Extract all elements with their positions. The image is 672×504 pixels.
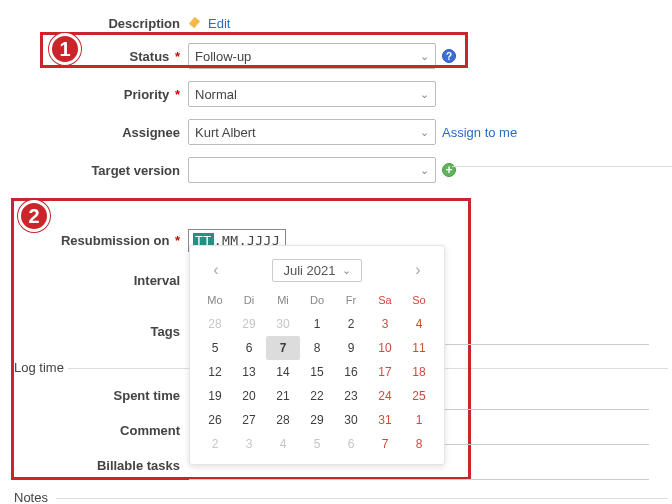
chevron-down-icon: ⌄ xyxy=(420,126,429,139)
section-notes: Notes xyxy=(14,490,48,504)
notes-divider xyxy=(56,498,668,499)
calendar-day[interactable]: 1 xyxy=(402,408,436,432)
row-status: Status * Follow-up ⌄ ? xyxy=(0,37,672,75)
calendar-day[interactable]: 3 xyxy=(232,432,266,456)
calendar-day[interactable]: 27 xyxy=(232,408,266,432)
chevron-down-icon: ⌄ xyxy=(420,50,429,63)
calendar-day[interactable]: 30 xyxy=(334,408,368,432)
priority-select[interactable]: Normal ⌄ xyxy=(188,81,436,107)
calendar-day[interactable]: 1 xyxy=(300,312,334,336)
row-target-version: Target version ⌄ + xyxy=(0,151,672,189)
label-status: Status * xyxy=(0,49,188,64)
callout-badge-2: 2 xyxy=(18,200,50,232)
chevron-down-icon: ⌄ xyxy=(342,264,351,277)
calendar-day[interactable]: 5 xyxy=(300,432,334,456)
label-target-version: Target version xyxy=(0,163,188,178)
calendar-day[interactable]: 29 xyxy=(300,408,334,432)
status-select[interactable]: Follow-up ⌄ xyxy=(188,43,436,69)
calendar-day[interactable]: 31 xyxy=(368,408,402,432)
calendar-day[interactable]: 18 xyxy=(402,360,436,384)
dow-header: Di xyxy=(232,290,266,312)
callout-badge-1: 1 xyxy=(49,33,81,65)
calendar-day[interactable]: 23 xyxy=(334,384,368,408)
next-month-button[interactable]: › xyxy=(406,258,430,282)
calendar-day[interactable]: 10 xyxy=(368,336,402,360)
label-resubmission: Resubmission on * xyxy=(0,233,188,248)
date-picker: ‹ Juli 2021 ⌄ › MoDiMiDoFrSaSo2829301234… xyxy=(189,245,445,465)
target-version-select[interactable]: ⌄ xyxy=(188,157,436,183)
assign-to-me-link[interactable]: Assign to me xyxy=(442,125,517,140)
calendar-day[interactable]: 13 xyxy=(232,360,266,384)
calendar-day[interactable]: 8 xyxy=(300,336,334,360)
calendar-day[interactable]: 21 xyxy=(266,384,300,408)
calendar-day[interactable]: 8 xyxy=(402,432,436,456)
calendar-day[interactable]: 22 xyxy=(300,384,334,408)
help-icon[interactable]: ? xyxy=(442,49,456,63)
label-tags: Tags xyxy=(0,324,188,339)
calendar-day[interactable]: 25 xyxy=(402,384,436,408)
calendar-day[interactable]: 28 xyxy=(266,408,300,432)
calendar-day[interactable]: 3 xyxy=(368,312,402,336)
calendar-day[interactable]: 4 xyxy=(266,432,300,456)
calendar-day[interactable]: 20 xyxy=(232,384,266,408)
calendar-day[interactable]: 11 xyxy=(402,336,436,360)
dow-header: So xyxy=(402,290,436,312)
section-log-time: Log time xyxy=(14,360,64,375)
label-interval: Interval xyxy=(0,273,188,288)
chevron-down-icon: ⌄ xyxy=(420,164,429,177)
dow-header: Do xyxy=(300,290,334,312)
label-priority: Priority * xyxy=(0,87,188,102)
priority-value: Normal xyxy=(195,87,237,102)
label-assignee: Assignee xyxy=(0,125,188,140)
calendar-day[interactable]: 7 xyxy=(266,336,300,360)
dow-header: Mi xyxy=(266,290,300,312)
pencil-icon xyxy=(188,17,202,31)
row-assignee: Assignee Kurt Albert ⌄ Assign to me xyxy=(0,113,672,151)
edit-link[interactable]: Edit xyxy=(208,16,230,31)
prev-month-button[interactable]: ‹ xyxy=(204,258,228,282)
calendar-grid: MoDiMiDoFrSaSo28293012345678910111213141… xyxy=(198,290,436,456)
assignee-value: Kurt Albert xyxy=(195,125,256,140)
calendar-day[interactable]: 6 xyxy=(334,432,368,456)
calendar-day[interactable]: 24 xyxy=(368,384,402,408)
assignee-select[interactable]: Kurt Albert ⌄ xyxy=(188,119,436,145)
chevron-down-icon: ⌄ xyxy=(420,88,429,101)
divider xyxy=(452,166,672,167)
row-priority: Priority * Normal ⌄ xyxy=(0,75,672,113)
calendar-day[interactable]: 29 xyxy=(232,312,266,336)
calendar-day[interactable]: 26 xyxy=(198,408,232,432)
calendar-day[interactable]: 28 xyxy=(198,312,232,336)
calendar-day[interactable]: 19 xyxy=(198,384,232,408)
month-select[interactable]: Juli 2021 ⌄ xyxy=(272,259,361,282)
calendar-day[interactable]: 5 xyxy=(198,336,232,360)
label-comment: Comment xyxy=(0,423,188,438)
label-description: Description xyxy=(0,16,188,31)
row-description: Description Edit xyxy=(0,10,672,37)
calendar-day[interactable]: 17 xyxy=(368,360,402,384)
dow-header: Sa xyxy=(368,290,402,312)
label-spent-time: Spent time xyxy=(0,388,188,403)
calendar-day[interactable]: 2 xyxy=(198,432,232,456)
calendar-day[interactable]: 14 xyxy=(266,360,300,384)
calendar-day[interactable]: 15 xyxy=(300,360,334,384)
label-billable: Billable tasks xyxy=(0,458,188,473)
calendar-day[interactable]: 30 xyxy=(266,312,300,336)
calendar-day[interactable]: 7 xyxy=(368,432,402,456)
calendar-day[interactable]: 2 xyxy=(334,312,368,336)
month-label: Juli 2021 xyxy=(283,263,335,278)
calendar-day[interactable]: 16 xyxy=(334,360,368,384)
calendar-day[interactable]: 4 xyxy=(402,312,436,336)
dow-header: Fr xyxy=(334,290,368,312)
calendar-day[interactable]: 9 xyxy=(334,336,368,360)
calendar-day[interactable]: 12 xyxy=(198,360,232,384)
dow-header: Mo xyxy=(198,290,232,312)
calendar-day[interactable]: 6 xyxy=(232,336,266,360)
status-value: Follow-up xyxy=(195,49,251,64)
